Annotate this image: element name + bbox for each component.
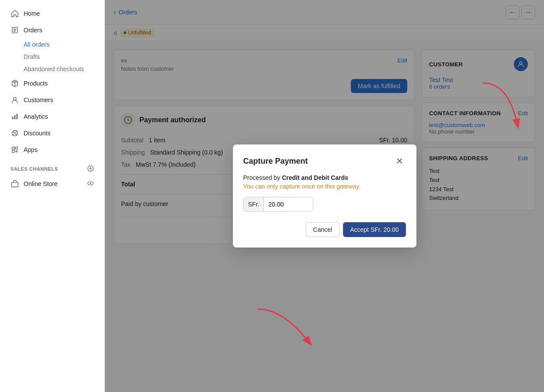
sidebar-apps-label: Apps	[24, 146, 38, 153]
sidebar: Home Orders All orders Drafts Abandoned …	[0, 0, 105, 392]
sidebar-item-home[interactable]: Home	[3, 6, 101, 21]
modal-warning-text: You can only capture once on this gatewa…	[243, 183, 406, 190]
online-store-label: Online Store	[24, 180, 58, 187]
red-arrow-1	[474, 79, 527, 140]
sidebar-customers-label: Customers	[24, 96, 53, 103]
sidebar-item-analytics[interactable]: Analytics	[3, 109, 101, 124]
store-icon	[10, 179, 19, 188]
products-icon	[10, 79, 19, 88]
svg-rect-10	[12, 150, 14, 152]
svg-rect-9	[15, 147, 17, 149]
sidebar-home-label: Home	[24, 10, 40, 17]
sidebar-discounts-label: Discounts	[24, 130, 50, 137]
cancel-button[interactable]: Cancel	[306, 222, 340, 237]
svg-point-1	[14, 97, 16, 100]
home-icon	[10, 9, 19, 18]
modal-header: Capture Payment ✕	[243, 155, 406, 167]
add-sales-channel-icon[interactable]	[87, 165, 94, 173]
sidebar-item-products[interactable]: Products	[3, 76, 101, 91]
apps-icon	[10, 145, 19, 154]
sidebar-sub-drafts[interactable]: Drafts	[3, 51, 101, 62]
analytics-icon	[10, 112, 19, 121]
amount-input-row: SFr.	[243, 197, 313, 212]
customers-icon	[10, 96, 19, 104]
capture-payment-modal: Capture Payment ✕ Processed by Credit an…	[233, 144, 416, 248]
sidebar-item-customers[interactable]: Customers	[3, 92, 101, 108]
accept-button[interactable]: Accept SFr. 20.00	[343, 222, 405, 237]
red-arrow-2	[240, 305, 328, 357]
sales-channels-section: SALES CHANNELS	[0, 158, 104, 175]
svg-rect-3	[14, 115, 16, 119]
modal-overlay[interactable]: Capture Payment ✕ Processed by Credit an…	[105, 0, 544, 392]
svg-rect-2	[12, 117, 14, 119]
modal-actions: Cancel Accept SFr. 20.00	[243, 222, 406, 237]
modal-subtitle: Processed by Credit and Debit Cards	[243, 174, 406, 181]
sidebar-sub-abandoned[interactable]: Abandoned checkouts	[3, 63, 101, 75]
svg-rect-12	[12, 182, 18, 187]
modal-title: Capture Payment	[243, 157, 308, 166]
svg-point-6	[15, 134, 17, 135]
sidebar-orders-label: Orders	[24, 27, 42, 34]
sidebar-item-apps[interactable]: Apps	[3, 142, 101, 158]
sidebar-item-orders[interactable]: Orders	[3, 22, 101, 38]
orders-icon	[10, 26, 19, 34]
svg-point-14	[90, 182, 91, 184]
svg-rect-8	[12, 147, 14, 149]
currency-prefix: SFr.	[244, 197, 264, 211]
modal-close-button[interactable]: ✕	[394, 155, 406, 167]
sidebar-sub-all-orders[interactable]: All orders	[3, 39, 101, 50]
sidebar-analytics-label: Analytics	[24, 113, 48, 120]
svg-rect-4	[17, 114, 18, 120]
discounts-icon	[10, 129, 19, 138]
sidebar-products-label: Products	[24, 80, 48, 87]
sidebar-item-online-store[interactable]: Online Store	[3, 176, 101, 192]
main-content: ‹ Orders ← → d Unfulfilled es Edit	[105, 0, 544, 392]
svg-point-5	[13, 131, 14, 133]
sidebar-item-discounts[interactable]: Discounts	[3, 125, 101, 141]
eye-icon[interactable]	[87, 180, 94, 188]
amount-input[interactable]	[264, 197, 312, 211]
